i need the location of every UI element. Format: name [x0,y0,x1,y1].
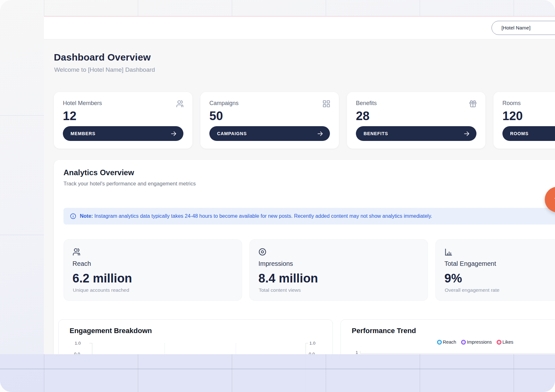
stat-value: 28 [356,109,369,123]
legend-item-impressions: Impressions [461,339,492,345]
stat-value: 50 [209,109,223,123]
stat-value: 12 [63,109,76,123]
axis-tick-mark [306,343,308,343]
likes-legend-marker [497,340,501,345]
metric-label: Total Engagement [444,260,496,267]
metric-label: Reach [72,260,91,267]
hotel-name-button[interactable]: [Hotel Name] [492,21,555,35]
note-label: Note: [80,213,93,219]
arrow-right-icon [317,130,324,137]
chart-title: Engagement Breakdown [70,327,152,335]
topbar: [Hotel Name] [44,17,555,39]
stat-card-campaigns: Campaigns 50 CAMPAIGNS [200,92,339,149]
metric-card-total-engagement: Total Engagement 9% Overall engagement r… [435,239,555,301]
legend-item-likes: Likes [497,339,513,345]
impressions-legend-marker [461,340,466,345]
y-axis-tick: 1.0 [309,341,315,346]
metric-value: 9% [444,272,462,285]
app-window: [Hotel Name] Dashboard Overview Welcome … [44,16,555,392]
page-title: Dashboard Overview [54,52,151,63]
legend-item-reach: Reach [437,339,456,345]
campaigns-button[interactable]: CAMPAIGNS [209,126,330,141]
chevron-down-icon [553,195,555,204]
stat-card-hotel-members: Hotel Members 12 MEMBERS [54,92,192,149]
analytics-title: Analytics Overview [63,168,134,177]
note-text: Instagram analytics data typically takes… [94,213,432,219]
bar-chart-icon [444,248,453,256]
axis-tick-mark [89,343,92,343]
metric-description: Unique accounts reached [73,287,129,293]
users-icon [176,100,184,108]
rooms-button[interactable]: ROOMS [502,126,555,141]
eye-icon [258,248,267,256]
metric-card-row: Reach 6.2 million Unique accounts reache… [63,239,555,301]
legend-label: Impressions [467,339,492,345]
stat-card-rooms: Rooms 120 ROOMS [493,92,555,149]
rooms-button-label: ROOMS [510,131,528,136]
benefits-button-label: BENEFITS [364,131,388,136]
grid-icon [322,100,331,108]
stat-label: Campaigns [209,100,239,107]
campaigns-button-label: CAMPAIGNS [217,131,247,136]
arrow-right-icon [170,130,177,137]
background-canvas: [Hotel Name] Dashboard Overview Welcome … [0,0,555,392]
benefits-button[interactable]: BENEFITS [356,126,476,141]
x-axis-line [360,353,555,354]
members-button[interactable]: MEMBERS [63,126,183,141]
metric-description: Total content views [259,287,301,293]
legend-label: Reach [443,339,456,345]
note-banner: Note: Instagram analytics data typically… [63,208,555,225]
metric-label: Impressions [258,260,293,267]
metric-value: 8.4 million [258,272,318,285]
arrow-right-icon [463,130,470,137]
chart-title: Performance Trend [352,327,416,335]
grid-overlay-rule [0,369,555,369]
users-icon [72,248,81,256]
gift-icon [469,100,477,108]
metric-description: Overall engagement rate [445,287,500,293]
metric-card-reach: Reach 6.2 million Unique accounts reache… [63,239,242,301]
y-axis-tick: 1.0 [75,341,81,346]
chart-legend: Reach Impressions Likes [437,339,513,345]
stat-card-row: Hotel Members 12 MEMBERS [54,92,555,149]
analytics-subtitle: Track your hotel's performance and engag… [63,181,196,187]
stat-label: Hotel Members [63,100,102,107]
metric-value: 6.2 million [72,272,132,285]
legend-label: Likes [502,339,513,345]
metric-card-impressions: Impressions 8.4 million Total content vi… [249,239,428,301]
axis-tick-mark [360,351,360,353]
stat-value: 120 [502,109,523,123]
reach-legend-marker [437,340,442,345]
stat-card-benefits: Benefits 28 BENEFITS [347,92,485,149]
stat-label: Rooms [502,100,521,107]
stat-label: Benefits [356,100,377,107]
members-button-label: MEMBERS [71,131,96,136]
info-icon [70,213,76,219]
page-subtitle: Welcome to [Hotel Name] Dashboard [54,66,155,73]
grid-overlay [0,354,555,392]
